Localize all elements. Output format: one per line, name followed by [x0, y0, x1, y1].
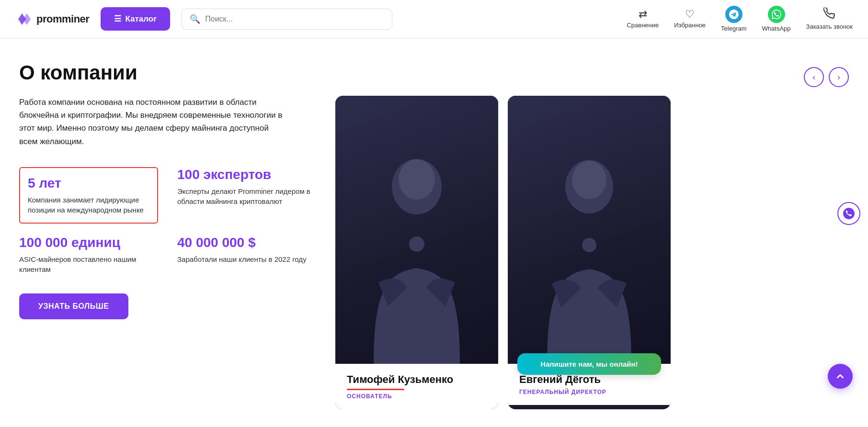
compare-icon: ⇄	[639, 9, 647, 20]
stat-earnings: 40 000 000 $ Заработали наши клиенты в 2…	[177, 235, 316, 274]
stat-years: 5 лет Компания занимает лидирующие позиц…	[19, 167, 158, 224]
left-section: Работа компании основана на постоянном р…	[19, 96, 316, 319]
main-content: О компании Работа компании основана на п…	[0, 38, 868, 409]
call-label: Заказать звонок	[806, 23, 853, 30]
search-icon: 🔍	[190, 14, 200, 24]
svg-point-5	[582, 238, 596, 252]
stat-experts: 100 экспертов Эксперты делают Promminer …	[177, 167, 316, 224]
stat-earnings-value: 40 000 000 $	[177, 235, 316, 250]
person-card-timofey: Тимофей Кузьменко ОСНОВАТЕЛЬ	[335, 96, 498, 409]
viber-float-button[interactable]	[837, 202, 860, 225]
person-silhouette-1	[354, 134, 479, 364]
person-info-timofey: Тимофей Кузьменко ОСНОВАТЕЛЬ	[335, 364, 498, 409]
scroll-up-button[interactable]	[828, 364, 853, 389]
stat-experts-value: 100 экспертов	[177, 167, 316, 182]
company-description: Работа компании основана на постоянном р…	[19, 96, 287, 148]
nav-telegram[interactable]: Telegram	[721, 6, 746, 32]
svg-point-4	[572, 161, 606, 199]
catalog-button[interactable]: ☰ Каталог	[101, 7, 170, 31]
telegram-label: Telegram	[721, 25, 746, 32]
compare-label: Сравнение	[627, 22, 659, 29]
name-underline-timofey	[347, 389, 404, 390]
stat-earnings-desc: Заработали наши клиенты в 2022 году	[177, 254, 316, 264]
chat-bubble[interactable]: Напишите нам, мы онлайн!	[517, 353, 661, 375]
search-input[interactable]	[205, 15, 384, 23]
learn-more-button[interactable]: УЗНАТЬ БОЛЬШЕ	[19, 293, 128, 319]
prev-arrow-button[interactable]: ‹	[804, 67, 824, 87]
stats-grid: 5 лет Компания занимает лидирующие позиц…	[19, 167, 316, 274]
whatsapp-icon	[768, 6, 785, 23]
search-bar: 🔍	[182, 9, 392, 30]
phone-icon	[823, 8, 835, 21]
stat-units-desc: ASIC-майнеров поставлено нашим клиентам	[19, 254, 158, 274]
svg-point-1	[399, 159, 435, 200]
person-card-evgeny: Евгений Дёготь ГЕНЕРАЛЬНЫЙ ДИРЕКТОР Напи…	[508, 96, 671, 409]
person-photo-timofey	[335, 96, 498, 364]
person-photo-evgeny	[508, 96, 671, 364]
nav-compare[interactable]: ⇄ Сравнение	[627, 9, 659, 29]
svg-point-2	[409, 236, 424, 252]
page-title: О компании	[19, 61, 849, 84]
person-role-timofey: ОСНОВАТЕЛЬ	[347, 393, 487, 400]
favorites-label: Избранное	[674, 22, 706, 29]
logo-link[interactable]: promminer	[15, 11, 89, 28]
person-silhouette-2	[527, 134, 651, 364]
chat-bubble-text: Напишите нам, мы онлайн!	[540, 360, 638, 368]
header: promminer ☰ Каталог 🔍 ⇄ Сравнение ♡ Избр…	[0, 0, 868, 38]
stat-units: 100 000 единиц ASIC-майнеров поставлено …	[19, 235, 158, 274]
person-name-evgeny: Евгений Дёготь	[519, 373, 659, 386]
person-role-evgeny: ГЕНЕРАЛЬНЫЙ ДИРЕКТОР	[519, 389, 659, 395]
nav-favorites[interactable]: ♡ Избранное	[674, 9, 706, 29]
stat-experts-desc: Эксперты делают Promminer лидером в обла…	[177, 186, 316, 206]
nav-actions: ⇄ Сравнение ♡ Избранное Telegram WhatsAp…	[627, 6, 853, 32]
nav-whatsapp[interactable]: WhatsApp	[762, 6, 791, 32]
logo-icon	[15, 11, 33, 28]
stat-years-desc: Компания занимает лидирующие позиции на …	[28, 195, 149, 215]
content-grid: Работа компании основана на постоянном р…	[19, 96, 849, 409]
person-cards-section: ‹ ›	[335, 96, 849, 409]
stat-years-value: 5 лет	[28, 176, 149, 191]
telegram-icon	[725, 6, 742, 23]
catalog-label: Каталог	[125, 14, 157, 24]
stat-units-value: 100 000 единиц	[19, 235, 158, 250]
chevron-left-icon: ‹	[812, 72, 815, 82]
person-name-timofey: Тимофей Кузьменко	[347, 373, 487, 386]
next-arrow-button[interactable]: ›	[829, 67, 849, 87]
heart-icon: ♡	[685, 9, 695, 20]
whatsapp-label: WhatsApp	[762, 25, 791, 32]
chevron-right-icon: ›	[837, 72, 840, 82]
nav-arrows: ‹ ›	[804, 67, 849, 87]
logo-text: promminer	[36, 13, 89, 25]
nav-call[interactable]: Заказать звонок	[806, 8, 853, 30]
catalog-icon: ☰	[114, 14, 121, 24]
